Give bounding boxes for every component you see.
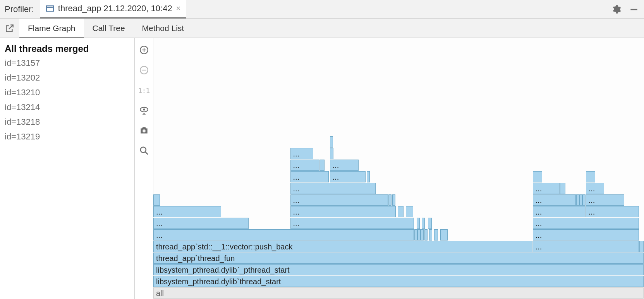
flame-frame[interactable] xyxy=(367,171,370,182)
flame-frame[interactable]: thread_app`thread_fun xyxy=(153,253,644,264)
flame-frame[interactable] xyxy=(560,183,565,194)
svg-point-7 xyxy=(143,129,146,132)
flame-frame[interactable]: ... xyxy=(153,229,414,241)
flame-frame[interactable] xyxy=(579,194,582,206)
focus-icon[interactable] xyxy=(137,104,151,117)
flame-frame[interactable]: ... xyxy=(330,160,359,171)
tab-flame-graph[interactable]: Flame Graph xyxy=(19,19,84,38)
flame-graph-canvas[interactable]: alllibsystem_pthread.dylib`thread_startl… xyxy=(153,38,644,299)
thread-item[interactable]: id=13219 xyxy=(5,129,134,144)
flame-frame[interactable] xyxy=(422,218,425,229)
flame-frame[interactable]: ... xyxy=(586,183,604,194)
flame-frame[interactable]: ... xyxy=(290,171,329,182)
pop-out-icon[interactable] xyxy=(0,23,19,33)
flame-frame[interactable] xyxy=(388,194,392,206)
minimize-icon[interactable] xyxy=(626,2,642,17)
flame-frame[interactable] xyxy=(582,194,586,206)
flame-frame[interactable]: ... xyxy=(290,218,414,229)
flame-frame[interactable] xyxy=(440,229,448,241)
zoom-out-icon[interactable] xyxy=(137,64,151,77)
flame-frame[interactable] xyxy=(330,148,333,159)
flame-frame[interactable] xyxy=(414,229,417,241)
flame-frame[interactable]: ... xyxy=(533,194,576,206)
tab-call-tree[interactable]: Call Tree xyxy=(84,19,134,38)
thread-item[interactable]: id=13214 xyxy=(5,100,134,115)
flame-frame[interactable] xyxy=(406,206,413,217)
close-icon[interactable]: × xyxy=(176,4,181,13)
thread-item[interactable]: id=13218 xyxy=(5,115,134,129)
view-tabs: Flame Graph Call Tree Method List xyxy=(0,19,644,38)
flame-frame[interactable] xyxy=(392,194,395,206)
flame-frame[interactable]: libsystem_pthread.dylib`thread_start xyxy=(153,276,644,287)
flame-frame[interactable]: ... xyxy=(290,183,376,194)
flame-frame[interactable]: ... xyxy=(290,148,313,159)
gear-icon[interactable] xyxy=(608,2,624,17)
all-threads-merged[interactable]: All threads merged xyxy=(5,42,134,56)
search-icon[interactable] xyxy=(137,144,151,157)
thread-list: All threads merged id=13157id=13202id=13… xyxy=(0,38,135,299)
flame-frame[interactable]: ... xyxy=(533,241,639,252)
profiler-tab-strip: Profiler: thread_app 21.12.2020, 10:42 × xyxy=(0,0,644,19)
camera-icon[interactable] xyxy=(137,124,151,137)
flame-frame[interactable]: ... xyxy=(533,229,639,241)
flame-frame[interactable]: ... xyxy=(586,206,639,217)
thread-item[interactable]: id=13157 xyxy=(5,56,134,70)
flame-toolbar: 1:1 xyxy=(135,38,153,299)
flame-frame[interactable] xyxy=(428,218,432,229)
flame-frame[interactable]: ... xyxy=(290,160,319,171)
flame-frame[interactable] xyxy=(429,229,432,241)
flame-frame[interactable]: ... xyxy=(290,206,396,217)
flame-frame[interactable]: ... xyxy=(153,206,221,217)
flame-frame[interactable] xyxy=(424,229,428,241)
flame-frame[interactable] xyxy=(421,229,424,241)
toolwindow-title: Profiler: xyxy=(0,4,40,14)
thread-item[interactable]: id=13202 xyxy=(5,70,134,85)
svg-rect-2 xyxy=(630,9,637,10)
window-icon xyxy=(46,4,54,13)
session-tab-label: thread_app 21.12.2020, 10:42 xyxy=(58,3,172,14)
svg-rect-1 xyxy=(47,7,53,8)
flame-frame[interactable] xyxy=(533,171,542,182)
flame-frame[interactable]: ... xyxy=(290,194,388,206)
flame-frame[interactable] xyxy=(639,241,644,252)
zoom-in-icon[interactable] xyxy=(137,43,151,57)
flame-root[interactable]: all xyxy=(153,287,644,299)
flame-frame[interactable]: ... xyxy=(533,206,586,217)
flame-frame[interactable]: ... xyxy=(533,218,639,229)
flame-frame[interactable]: thread_app`std::__1::vector::push_back xyxy=(153,241,532,252)
svg-point-8 xyxy=(140,147,146,153)
flame-frame[interactable] xyxy=(576,194,579,206)
thread-item[interactable]: id=13210 xyxy=(5,85,134,100)
flame-frame[interactable] xyxy=(398,206,404,217)
flame-frame[interactable] xyxy=(586,171,595,182)
flame-frame[interactable]: ... xyxy=(330,171,366,182)
flame-frame[interactable] xyxy=(330,136,333,148)
flame-frame[interactable]: ... xyxy=(153,218,249,229)
flame-frame[interactable] xyxy=(417,218,420,229)
flame-frame[interactable]: ... xyxy=(586,194,624,206)
flame-frame[interactable] xyxy=(319,160,325,171)
flame-frame[interactable] xyxy=(153,194,160,206)
session-tab[interactable]: thread_app 21.12.2020, 10:42 × xyxy=(40,0,186,19)
flame-frame[interactable]: libsystem_pthread.dylib`_pthread_start xyxy=(153,264,644,275)
reset-zoom-icon[interactable]: 1:1 xyxy=(137,84,151,97)
flame-frame[interactable]: ... xyxy=(533,183,560,194)
flame-frame[interactable] xyxy=(434,229,438,241)
svg-point-6 xyxy=(143,108,145,110)
flame-frame[interactable] xyxy=(417,229,421,241)
tab-method-list[interactable]: Method List xyxy=(134,19,193,38)
